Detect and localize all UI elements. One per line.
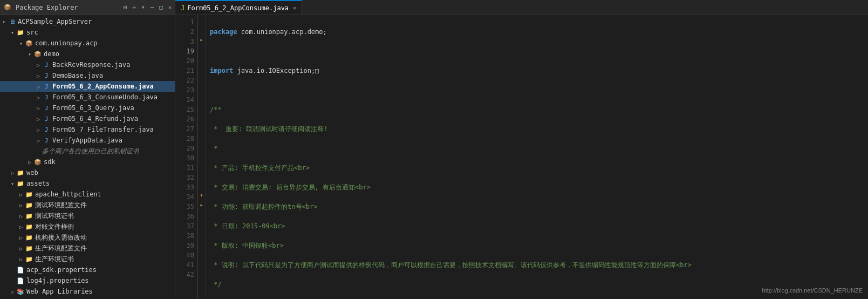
tree-label: BackRcvResponse.java xyxy=(52,61,131,69)
tree-label: 测试环境配置文件 xyxy=(35,201,87,210)
folder-icon: 📁 xyxy=(16,169,25,176)
folder-icon: 📁 xyxy=(25,223,33,230)
tree-item-prod-env-config[interactable]: ▷ 📁 生产环境配置文件 xyxy=(0,243,175,254)
tree-item-apache-httpclient[interactable]: ▷ 📁 apache_httpclient xyxy=(0,189,175,200)
editor-tab-label: Form05_6_2_AppConsume.java xyxy=(187,4,289,12)
tree-label: com.unionpay.acp xyxy=(35,39,98,47)
tree-arrow: ▷ xyxy=(9,289,16,295)
folder-icon: 📁 xyxy=(25,234,33,241)
tree-item-demobase[interactable]: ▷ J DemoBase.java xyxy=(0,70,175,81)
editor-tab-form05-6-2[interactable]: J Form05_6_2_AppConsume.java ✕ xyxy=(175,0,302,15)
tree-item-backrcv[interactable]: ▷ J BackRcvResponse.java xyxy=(0,59,175,70)
tree-label: Web App Libraries xyxy=(26,288,93,295)
package-icon: 📦 xyxy=(33,51,42,58)
code-line-28: * 说明: 以下代码只是为了方便商户测试而提供的样例代码，商户可以根据自己需要，… xyxy=(210,260,868,270)
tree-item-form05-6-4-refund[interactable]: ▷ J Form05_6_4_Refund.java xyxy=(0,113,175,124)
tree-label: Form05_7_FileTransfer.java xyxy=(52,126,154,133)
code-area: 1 2 3 19 20 21 22 23 24 25 26 27 28 29 3… xyxy=(175,15,868,299)
tree-arrow: ▷ xyxy=(35,62,42,68)
tree-label: DemoBase.java xyxy=(52,72,103,79)
maximize-panel-button[interactable]: □ xyxy=(158,3,165,11)
tree-item-assets[interactable]: ▾ 📁 assets xyxy=(0,178,175,189)
tree-arrow: ▷ xyxy=(26,159,33,165)
folder-icon: 📁 xyxy=(16,180,25,187)
panel-title: Package Explorer xyxy=(16,4,120,11)
panel-menu-button[interactable]: ▾ xyxy=(140,3,147,11)
tree-label: Form05_6_3_ConsumeUndo.java xyxy=(52,93,158,101)
tree-item-test-env-config[interactable]: ▷ 📁 测试环境配置文件 xyxy=(0,200,175,210)
code-line-26: * 日期: 2015-09<br> xyxy=(210,221,868,231)
tree-item-test-env-cert[interactable]: ▷ 📁 测试环境证书 xyxy=(0,210,175,221)
java-file-icon: J xyxy=(42,72,51,79)
code-line-23: * 产品: 手机控件支付产品<br> xyxy=(210,163,868,173)
tree-item-verifyappdata[interactable]: ▷ J VerifyAppData.java xyxy=(0,135,175,146)
tree-arrow: ▷ xyxy=(35,105,42,111)
tree-label: acp_sdk.properties xyxy=(26,266,97,274)
tree-item-form05-7-filetransfer[interactable]: ▷ J Form05_7_FileTransfer.java xyxy=(0,124,175,135)
right-panel: J Form05_6_2_AppConsume.java ✕ 1 2 3 19 … xyxy=(175,0,868,299)
tree-label: Form05_6_4_Refund.java xyxy=(52,115,138,123)
tree-item-com-unionpay-acp[interactable]: ▾ 📦 com.unionpay.acp xyxy=(0,38,175,49)
tree-label: apache_httpclient xyxy=(35,191,101,198)
properties-file-icon: 📄 xyxy=(16,267,25,274)
java-tab-icon: J xyxy=(181,4,184,12)
tree-item-prod-env-cert[interactable]: ▷ 📁 生产环境证书 xyxy=(0,254,175,264)
collapse-all-button[interactable]: ⊟ xyxy=(122,3,129,11)
tree-item-form05-6-3-undo[interactable]: ▷ J Form05_6_3_ConsumeUndo.java xyxy=(0,92,175,103)
tree-label: VerifyAppData.java xyxy=(52,137,122,144)
code-line-3: import java.io.IOException;□ xyxy=(210,66,868,76)
tree-label: log4j.properties xyxy=(26,277,89,284)
watermark: http://blog.csdn.net/CSDN_HERUNZE xyxy=(762,287,863,294)
tree-item-log4j-properties[interactable]: 📄 log4j.properties xyxy=(0,275,175,286)
tree-label: 生产环境配置文件 xyxy=(35,244,87,253)
code-line-24: * 交易: 消费交易: 后台异步交易, 有后台通知<br> xyxy=(210,182,868,192)
line-numbers: 1 2 3 19 20 21 22 23 24 25 26 27 28 29 3… xyxy=(175,15,198,299)
tree-arrow: ▾ xyxy=(0,19,8,25)
tree-arrow: ▷ xyxy=(35,138,42,144)
tree-arrow: ▷ xyxy=(17,235,25,241)
tree-arrow: ▾ xyxy=(9,181,16,187)
code-line-1: package com.unionpay.acp.demo; xyxy=(210,27,868,37)
java-file-icon: J xyxy=(42,115,51,123)
tree-item-sample-files[interactable]: ▷ 📁 对账文件样例 xyxy=(0,221,175,232)
tree-arrow: ▷ xyxy=(17,256,25,262)
folder-icon: 📁 xyxy=(25,256,33,263)
tree-item-src[interactable]: ▾ 📁 src xyxy=(0,27,175,38)
panel-close-button[interactable]: ✕ xyxy=(168,4,172,10)
panel-toolbar: ⊟ ⇔ ▾ ─ □ xyxy=(122,3,165,11)
tree-arrow: ▷ xyxy=(35,84,42,90)
java-file-icon: J xyxy=(42,94,51,101)
tree-item-sdk[interactable]: ▷ 📦 sdk xyxy=(0,157,175,167)
link-editor-button[interactable]: ⇔ xyxy=(131,3,138,11)
code-content[interactable]: package com.unionpay.acp.demo; import ja… xyxy=(206,15,868,299)
code-line-27: * 版权: 中国银联<br> xyxy=(210,241,868,250)
code-line-21: * 重要: 联调测试时请仔细阅读注释! xyxy=(210,124,868,134)
tree-label: 多个商户各自使用自己的私钥证书 xyxy=(42,147,139,156)
tree-item-merchant-upload[interactable]: ▷ 📁 机构接入需做改动 xyxy=(0,232,175,243)
tree-arrow: ▷ xyxy=(35,127,42,133)
minimize-panel-button[interactable]: ─ xyxy=(149,3,156,11)
project-icon: 🖥 xyxy=(8,18,16,25)
code-line-22: * xyxy=(210,144,868,153)
tree-item-form05-6-3-query[interactable]: ▷ J Form05_6_3_Query.java xyxy=(0,103,175,113)
package-icon: 📦 xyxy=(25,40,33,47)
java-file-icon: J xyxy=(42,83,51,90)
tree-arrow: ▷ xyxy=(17,246,25,252)
library-icon: 📚 xyxy=(16,288,25,295)
tree-label: assets xyxy=(26,180,50,187)
tree-label: demo xyxy=(44,50,59,58)
left-panel: 📦 Package Explorer ⊟ ⇔ ▾ ─ □ ✕ ▾ 🖥 ACPSa… xyxy=(0,0,175,299)
tree-item-web-app-libraries[interactable]: ▷ 📚 Web App Libraries xyxy=(0,286,175,297)
tree-arrow: ▷ xyxy=(35,116,42,122)
tree-item-web[interactable]: ▷ 📁 web xyxy=(0,167,175,178)
java-file-icon: J xyxy=(42,126,51,133)
tree-label: web xyxy=(26,169,38,176)
tree-item-acp-sdk-properties[interactable]: 📄 acp_sdk.properties xyxy=(0,264,175,275)
tree-item-form05-6-2[interactable]: ▷ J Form05_6_2_AppConsume.java xyxy=(0,81,175,92)
tree-item-acpsample[interactable]: ▾ 🖥 ACPSample_AppServer xyxy=(0,16,175,27)
tree-arrow: ▷ xyxy=(9,170,16,176)
tree-label: 测试环境证书 xyxy=(35,212,74,221)
tree-item-demo[interactable]: ▾ 📦 demo xyxy=(0,49,175,59)
editor-tab-close-button[interactable]: ✕ xyxy=(293,5,296,11)
tree-label: 生产环境证书 xyxy=(35,255,74,264)
